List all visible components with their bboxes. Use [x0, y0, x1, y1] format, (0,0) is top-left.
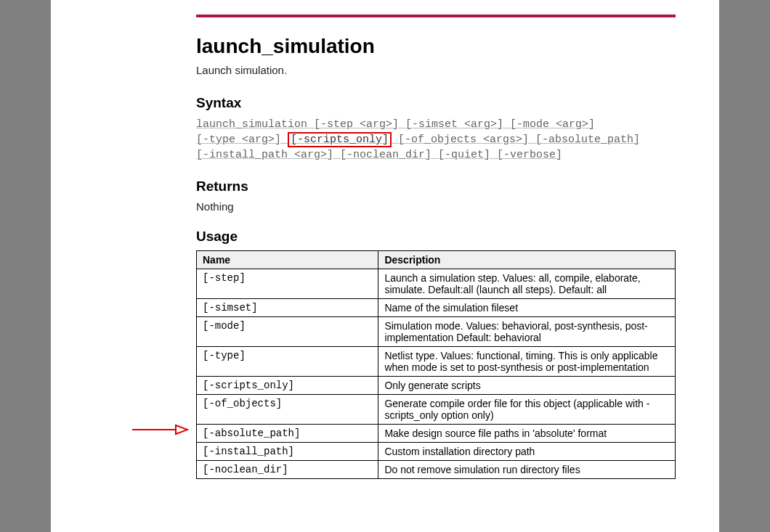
- option-description: Make design source file paths in 'absolu…: [378, 425, 676, 443]
- usage-table: Name Description [-step]Launch a simulat…: [196, 250, 676, 479]
- usage-th-desc: Description: [378, 251, 676, 269]
- option-name: [-scripts_only]: [197, 377, 378, 395]
- table-row: [-absolute_path]Make design source file …: [197, 425, 676, 443]
- option-description: Custom installation directory path: [378, 443, 676, 461]
- returns-heading: Returns: [196, 179, 676, 195]
- table-row: [-mode]Simulation mode. Values: behavior…: [197, 317, 676, 347]
- option-description: Do not remove simulation run directory f…: [378, 461, 676, 479]
- option-name: [-install_path]: [197, 443, 378, 461]
- syntax-heading: Syntax: [196, 95, 676, 111]
- content-column: launch_simulation Launch simulation. Syn…: [196, 35, 676, 479]
- table-row: [-step]Launch a simulation step. Values:…: [197, 269, 676, 299]
- syntax-line-3: [-install_path <arg>] [-noclean_dir] [-q…: [196, 149, 562, 161]
- option-description: Simulation mode. Values: behavioral, pos…: [378, 317, 676, 347]
- option-description: Only generate scripts: [378, 377, 676, 395]
- option-description: Netlist type. Values: functional, timing…: [378, 347, 676, 377]
- svg-marker-1: [176, 425, 187, 434]
- option-name: [-step]: [197, 269, 378, 299]
- table-row: [-scripts_only]Only generate scripts: [197, 377, 676, 395]
- syntax-highlight-scripts-only: [-scripts_only]: [288, 132, 392, 147]
- usage-heading: Usage: [196, 229, 676, 245]
- short-description: Launch simulation.: [196, 64, 676, 76]
- doc-page: launch_simulation Launch simulation. Syn…: [51, 0, 719, 532]
- page-title: launch_simulation: [196, 35, 676, 58]
- option-name: [-type]: [197, 347, 378, 377]
- option-name: [-mode]: [197, 317, 378, 347]
- table-row: [-of_objects]Generate compile order file…: [197, 395, 676, 425]
- syntax-line-2b: [-of_objects <args>] [-absolute_path]: [392, 134, 640, 146]
- option-name: [-of_objects]: [197, 395, 378, 425]
- table-row: [-type]Netlist type. Values: functional,…: [197, 347, 676, 377]
- table-row: [-noclean_dir]Do not remove simulation r…: [197, 461, 676, 479]
- table-row: [-install_path]Custom installation direc…: [197, 443, 676, 461]
- option-description: Launch a simulation step. Values: all, c…: [378, 269, 676, 299]
- option-name: [-simset]: [197, 299, 378, 317]
- syntax-block: launch_simulation [-step <arg>] [-simset…: [196, 117, 676, 163]
- option-name: [-absolute_path]: [197, 425, 378, 443]
- option-description: Generate compile order file for this obj…: [378, 395, 676, 425]
- option-name: [-noclean_dir]: [197, 461, 378, 479]
- annotation-arrow-icon: [131, 422, 189, 437]
- usage-th-name: Name: [197, 251, 378, 269]
- top-divider: [196, 15, 676, 17]
- syntax-line-1: launch_simulation [-step <arg>] [-simset…: [196, 118, 595, 131]
- table-row: [-simset]Name of the simulation fileset: [197, 299, 676, 317]
- option-description: Name of the simulation fileset: [378, 299, 676, 317]
- returns-value: Nothing: [196, 200, 676, 213]
- syntax-line-2a: [-type <arg>]: [196, 134, 288, 146]
